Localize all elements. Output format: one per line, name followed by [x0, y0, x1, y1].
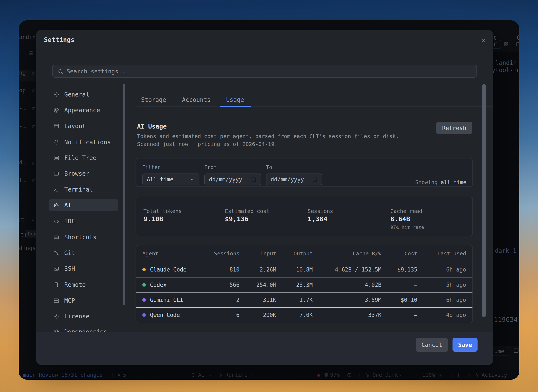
cost-cell: —: [381, 282, 417, 288]
to-date-input[interactable]: dd/mm/yyyy: [266, 173, 322, 185]
table-row: Qwen Code 6 200K 7.0K 337K — 4d ago: [136, 307, 473, 322]
sidebar-item-file-tree[interactable]: File Tree: [49, 152, 118, 164]
sidebar-item-terminal[interactable]: Terminal: [49, 183, 118, 196]
refresh-button[interactable]: Refresh: [436, 122, 472, 134]
close-icon: [481, 38, 486, 43]
settings-modal: Settings General Appearance Layout Notif…: [36, 30, 493, 365]
sidebar-item-ai[interactable]: AI: [49, 199, 118, 211]
time-filter-select[interactable]: All time: [142, 173, 199, 185]
sidebar-item-layout[interactable]: Layout: [49, 120, 118, 132]
sidebar-item-ssh[interactable]: SSH: [49, 262, 118, 275]
pulse-icon: [475, 373, 480, 377]
book-icon[interactable]: [513, 348, 519, 353]
sidebar-item-ide[interactable]: IDE: [49, 215, 118, 227]
layout-icon[interactable]: [516, 42, 519, 47]
sidebar-item-git[interactable]: Git: [49, 247, 118, 259]
gear-icon: [53, 92, 59, 97]
stat-label: Sessions: [308, 208, 333, 214]
panel-icon[interactable]: [347, 373, 352, 377]
input-cell: 200K: [239, 312, 276, 318]
sidebar-item-general[interactable]: General: [49, 88, 118, 101]
agent-count-dot: [118, 374, 120, 376]
activity-status[interactable]: Activity: [482, 372, 507, 378]
sidebar-item-shortcuts[interactable]: Shortcuts: [49, 231, 118, 243]
sidebar-item-browser[interactable]: Browser: [49, 167, 118, 180]
to-date-value: dd/mm/yyyy: [271, 176, 312, 183]
from-date-input[interactable]: dd/mm/yyyy: [204, 173, 261, 185]
output-cell: 10.8M: [276, 266, 313, 273]
tab-accounts[interactable]: Accounts: [182, 96, 211, 103]
gear-icon[interactable]: [456, 373, 461, 377]
layout-icon: [53, 123, 59, 129]
terminal-panel: [493, 51, 519, 346]
grid-icon[interactable]: [504, 42, 509, 47]
zoom-level: 110%: [422, 372, 435, 378]
tab-usage[interactable]: Usage: [226, 96, 244, 103]
ssh-terminal-icon: [53, 266, 59, 271]
tag-badge: Rep: [26, 230, 38, 238]
stat-subtext: 97% hit rate: [390, 225, 424, 230]
cache-cell: 4.62B / 152.5M: [313, 266, 381, 273]
palette-icon: [53, 107, 59, 113]
resume-button-fragment[interactable]: ume: [491, 347, 509, 356]
runtime-status[interactable]: Runtime: [225, 372, 248, 378]
theme-selector[interactable]: One Dark: [373, 372, 398, 378]
save-button[interactable]: Save: [453, 338, 477, 352]
close-button[interactable]: [479, 37, 488, 45]
smartphone-icon: [53, 282, 59, 288]
zoom-out-button[interactable]: −: [415, 372, 418, 378]
terminal-text: 119634: [494, 316, 518, 323]
sidebar-label: Shortcuts: [64, 234, 97, 241]
sidebar-label: AI: [64, 202, 71, 209]
sidebar-item-notifications[interactable]: Notifications: [49, 136, 118, 148]
sidebar-label: License: [64, 313, 89, 320]
stat-value: 9.10B: [143, 215, 163, 223]
sidebar-label: Layout: [64, 123, 86, 130]
cost-cell: $0.10: [381, 297, 417, 303]
bell-icon: [53, 139, 59, 145]
sidebar-item-appearance[interactable]: Appearance: [49, 104, 118, 116]
divider: [451, 373, 452, 377]
sidebar-item-remote[interactable]: Remote: [49, 279, 118, 291]
section-description: Scanned just now · pricing as of 2026-04…: [137, 141, 277, 147]
section-description: Tokens and estimated cost per agent, par…: [137, 133, 399, 139]
agent-cell: Qwen Code: [142, 312, 208, 318]
sidebar-scrollbar[interactable]: [123, 84, 125, 305]
cost-cell: —: [381, 312, 417, 318]
tabs-divider: [137, 107, 493, 107]
terminal-icon: [53, 187, 59, 192]
terminal-text: -dark-1: [491, 247, 516, 254]
list-item: d…: [19, 159, 26, 166]
sidebar-item-license[interactable]: License: [49, 310, 118, 322]
modal-scrollbar[interactable]: [482, 84, 486, 317]
list-item: op: [19, 87, 26, 93]
agent-name: Claude Code: [150, 266, 187, 273]
showing-value: all time: [441, 179, 466, 185]
search-input[interactable]: [67, 65, 470, 77]
filter-label: Filter: [142, 164, 161, 170]
showing-range-text: Showing all time: [415, 179, 466, 185]
ai-status[interactable]: AI: [198, 372, 205, 378]
tab-storage[interactable]: Storage: [141, 96, 166, 103]
col-sessions: Sessions: [208, 251, 239, 257]
cancel-button[interactable]: Cancel: [416, 338, 448, 352]
input-cell: 2.26M: [239, 266, 276, 273]
toolbar-fragment: C: [517, 35, 519, 41]
agent-count[interactable]: 5: [123, 372, 126, 378]
from-date-value: dd/mm/yyyy: [209, 176, 251, 183]
output-cell: 7.0K: [276, 312, 313, 318]
zoom-in-button[interactable]: +: [439, 372, 442, 378]
last-used-cell: 5h ago: [417, 282, 466, 288]
sidebar-item-mcp[interactable]: MCP: [49, 294, 118, 307]
cache-cell: 3.59M: [313, 297, 381, 303]
agent-cell: Codex: [142, 282, 208, 288]
input-cell: 311K: [239, 297, 276, 303]
git-branch-status[interactable]: main Review 16731 changes: [23, 372, 103, 378]
project-title-fragment: andin: [19, 34, 36, 40]
folder-plus-icon: [19, 217, 25, 223]
calendar-icon: [251, 177, 257, 182]
section-title: AI Usage: [137, 123, 167, 130]
sidebar-label: Terminal: [64, 186, 93, 193]
sessions-cell: 6: [208, 312, 239, 318]
settings-search[interactable]: [52, 65, 477, 78]
